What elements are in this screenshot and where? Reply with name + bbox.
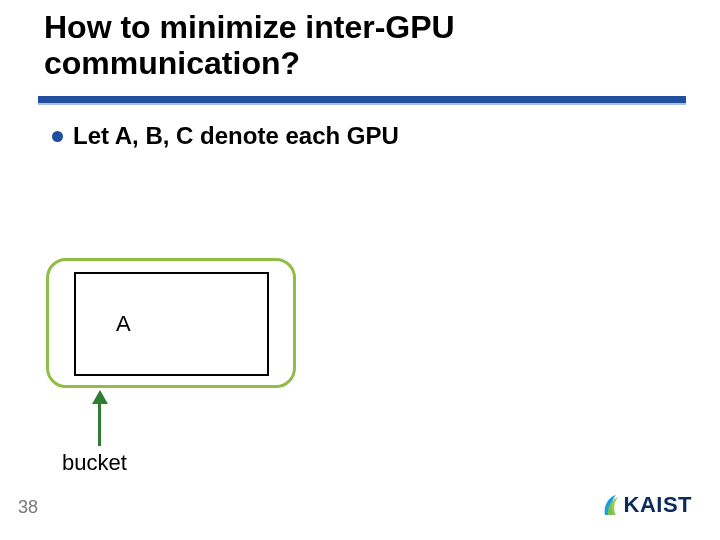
kaist-logo-text: KAIST (624, 492, 693, 518)
title-underline-thick (38, 96, 686, 103)
arrow-up-icon (92, 390, 108, 446)
kaist-logo: KAIST (602, 492, 693, 518)
slide-title-text: How to minimize inter-GPU communication? (44, 10, 664, 82)
title-underline-thin (38, 103, 686, 105)
bullet-text: Let A, B, C denote each GPU (73, 122, 399, 150)
page-number: 38 (18, 497, 38, 518)
bucket-inner-box: A (74, 272, 269, 376)
slide-title: How to minimize inter-GPU communication? (44, 10, 664, 82)
bullet-dot-icon (52, 131, 63, 142)
arrow-shaft (98, 400, 101, 446)
kaist-logo-icon (602, 493, 620, 517)
slide: How to minimize inter-GPU communication?… (0, 0, 720, 540)
bullet-row: Let A, B, C denote each GPU (52, 122, 399, 150)
bucket-label: bucket (62, 450, 127, 476)
gpu-label-a: A (76, 311, 131, 337)
